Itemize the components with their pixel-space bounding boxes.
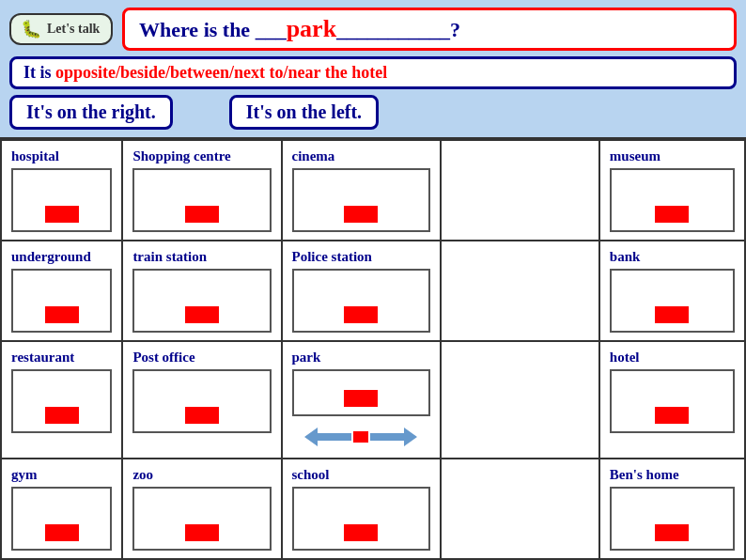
restaurant-building: [11, 369, 112, 433]
cell-cinema: cinema: [283, 141, 442, 240]
left-text: It's on the left.: [246, 101, 362, 122]
park-label: park: [292, 350, 321, 366]
police-station-red-rect: [344, 306, 378, 323]
cell-underground: underground: [2, 241, 123, 340]
bug-icon: 🐛: [21, 19, 41, 39]
row2: It is opposite/beside/between/next to/ne…: [9, 56, 737, 89]
lets-talk-label: Let's talk: [47, 22, 100, 37]
gym-label: gym: [11, 467, 38, 483]
gym-red-rect: [45, 524, 79, 541]
train-station-building: [132, 269, 271, 333]
underground-label: underground: [11, 249, 91, 265]
cell-post-office: Post office: [123, 342, 282, 458]
cell-school: school: [283, 459, 442, 558]
row1: 🐛 Let's talk Where is the ___park_______…: [9, 8, 737, 51]
cell-bank: bank: [600, 241, 744, 340]
cell-park: park: [283, 342, 442, 458]
museum-label: museum: [610, 148, 661, 164]
park-building: [292, 369, 430, 416]
bens-home-label: Ben's home: [610, 467, 679, 483]
cinema-label: cinema: [292, 148, 335, 164]
bens-home-red-rect: [655, 524, 689, 541]
bank-building: [610, 269, 735, 333]
cell-train-station: train station: [123, 241, 282, 340]
question-box: Where is the ___park___________?: [122, 8, 737, 51]
post-office-red-rect: [185, 407, 219, 424]
hotel-label: hotel: [610, 350, 640, 366]
left-direction-box: It's on the left.: [229, 95, 379, 130]
right-direction-box: It's on the right.: [9, 95, 173, 130]
post-office-label: Post office: [132, 350, 194, 366]
grid-row-4: gym zoo school Ben's home: [2, 459, 744, 558]
zoo-red-rect: [185, 524, 219, 541]
park-arrow-svg: [304, 424, 417, 450]
answer-sentence-box: It is opposite/beside/between/next to/ne…: [9, 56, 737, 89]
gym-building: [11, 487, 112, 551]
underground-building: [11, 269, 112, 333]
hospital-red-rect: [45, 206, 79, 223]
bank-red-rect: [655, 306, 689, 323]
answer-options: opposite/beside/between/next to/near the…: [55, 63, 387, 82]
grid-row-3: restaurant Post office park: [2, 342, 744, 459]
train-station-label: train station: [132, 249, 207, 265]
row3: It's on the right. It's on the left.: [9, 95, 737, 130]
zoo-building: [132, 487, 271, 551]
cell-hotel: hotel: [600, 342, 744, 458]
shopping-centre-building: [132, 168, 271, 232]
cell-hospital: hospital: [2, 141, 123, 240]
school-red-rect: [344, 524, 378, 541]
cell-empty-4: [442, 459, 600, 558]
it-is-text: It is: [23, 63, 55, 82]
hotel-building: [610, 369, 735, 433]
grid-row-1: hospital Shopping centre cinema museum: [2, 141, 744, 241]
cell-museum: museum: [600, 141, 744, 240]
lets-talk-badge: 🐛 Let's talk: [9, 13, 113, 45]
park-arrows: [292, 424, 430, 450]
cell-empty-1: [442, 141, 600, 240]
museum-building: [610, 168, 735, 232]
hotel-red-rect: [655, 407, 689, 424]
grid-row-2: underground train station Police station…: [2, 241, 744, 342]
underground-red-rect: [45, 306, 79, 323]
cell-police-station: Police station: [283, 241, 442, 340]
shopping-centre-red-rect: [185, 206, 219, 223]
park-red-rect: [344, 390, 378, 407]
cell-shopping-centre: Shopping centre: [123, 141, 282, 240]
shopping-centre-label: Shopping centre: [132, 148, 230, 164]
svg-marker-0: [304, 428, 351, 446]
bank-label: bank: [610, 249, 641, 265]
school-label: school: [292, 467, 330, 483]
restaurant-red-rect: [45, 407, 79, 424]
police-station-label: Police station: [292, 249, 372, 265]
top-section: 🐛 Let's talk Where is the ___park_______…: [0, 0, 746, 139]
cell-bens-home: Ben's home: [600, 459, 744, 558]
svg-marker-1: [370, 428, 417, 446]
cell-gym: gym: [2, 459, 123, 558]
zoo-label: zoo: [132, 467, 153, 483]
cinema-red-rect: [344, 206, 378, 223]
question-end: ___________?: [336, 18, 460, 41]
train-station-red-rect: [185, 306, 219, 323]
school-building: [292, 487, 430, 551]
answer-word: park: [287, 15, 336, 42]
cell-empty-2: [442, 241, 600, 340]
cinema-building: [292, 168, 430, 232]
post-office-building: [132, 369, 271, 433]
cell-zoo: zoo: [123, 459, 282, 558]
police-station-building: [292, 269, 430, 333]
question-text: Where is the ___: [139, 18, 287, 41]
right-text: It's on the right.: [26, 101, 156, 122]
museum-red-rect: [655, 206, 689, 223]
restaurant-label: restaurant: [11, 350, 74, 366]
bens-home-building: [610, 487, 735, 551]
cell-restaurant: restaurant: [2, 342, 123, 458]
svg-rect-2: [353, 431, 368, 443]
cell-empty-3: [442, 342, 600, 458]
grid-wrapper: hospital Shopping centre cinema museum: [0, 139, 746, 560]
hospital-building: [11, 168, 112, 232]
hospital-label: hospital: [11, 148, 59, 164]
